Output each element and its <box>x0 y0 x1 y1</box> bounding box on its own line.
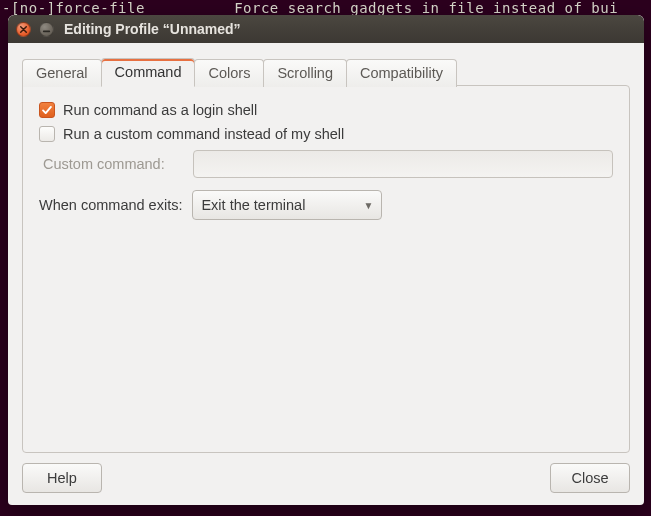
login-shell-label: Run command as a login shell <box>63 102 257 118</box>
tab-general[interactable]: General <box>22 59 102 87</box>
custom-command-input <box>193 150 613 178</box>
button-label: Help <box>47 470 77 486</box>
tab-command[interactable]: Command <box>101 58 196 87</box>
custom-command-label: Run a custom command instead of my shell <box>63 126 344 142</box>
button-label: Close <box>571 470 608 486</box>
tab-label: Colors <box>208 65 250 81</box>
help-button[interactable]: Help <box>22 463 102 493</box>
window-close-button[interactable] <box>16 22 31 37</box>
close-button[interactable]: Close <box>550 463 630 493</box>
custom-command-row: Run a custom command instead of my shell <box>39 126 613 142</box>
tab-label: Command <box>115 64 182 80</box>
when-exits-label: When command exits: <box>39 197 182 213</box>
tab-label: General <box>36 65 88 81</box>
login-shell-row: Run command as a login shell <box>39 102 613 118</box>
custom-command-field-label: Custom command: <box>43 156 183 172</box>
chevron-down-icon: ▼ <box>364 200 374 211</box>
tab-compatibility[interactable]: Compatibility <box>346 59 457 87</box>
when-command-exits-row: When command exits: Exit the terminal ▼ <box>39 190 613 220</box>
login-shell-checkbox[interactable] <box>39 102 55 118</box>
tab-panel-command: Run command as a login shell Run a custo… <box>22 85 630 453</box>
window-title: Editing Profile “Unnamed” <box>64 21 241 37</box>
tab-scrolling[interactable]: Scrolling <box>263 59 347 87</box>
dialog-window: Editing Profile “Unnamed” General Comman… <box>8 15 644 505</box>
tab-label: Scrolling <box>277 65 333 81</box>
dialog-footer: Help Close <box>22 453 630 493</box>
custom-command-checkbox[interactable] <box>39 126 55 142</box>
tab-label: Compatibility <box>360 65 443 81</box>
when-exits-value: Exit the terminal <box>201 197 305 213</box>
window-minimize-button[interactable] <box>39 22 54 37</box>
when-exits-combo[interactable]: Exit the terminal ▼ <box>192 190 382 220</box>
tab-colors[interactable]: Colors <box>194 59 264 87</box>
tab-bar: General Command Colors Scrolling Compati… <box>22 57 630 86</box>
background-terminal-text: -[no-]force-file Force search gadgets in… <box>0 0 651 15</box>
dialog-content: General Command Colors Scrolling Compati… <box>8 43 644 505</box>
titlebar[interactable]: Editing Profile “Unnamed” <box>8 15 644 43</box>
custom-command-field-row: Custom command: <box>43 150 613 178</box>
